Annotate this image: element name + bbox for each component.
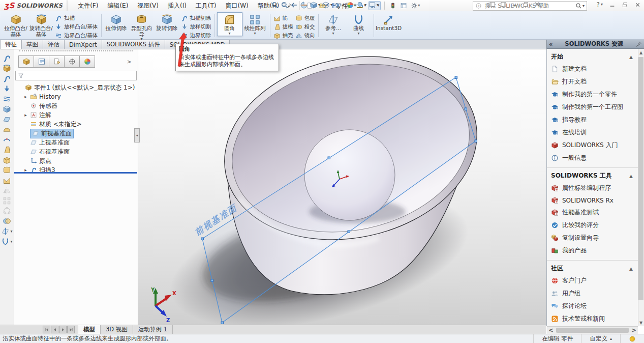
rewards-coin-icon[interactable] bbox=[620, 334, 644, 343]
section-header[interactable]: 开始▲ bbox=[547, 50, 638, 63]
taskpane-item[interactable]: 在线培训 bbox=[547, 126, 638, 139]
tab-特征[interactable]: 特征 bbox=[0, 40, 22, 49]
ribbon-button-curves[interactable]: 曲线▾ bbox=[346, 12, 372, 36]
collapse-chevrons-icon[interactable]: « bbox=[549, 41, 553, 48]
freeform-button[interactable] bbox=[1, 135, 13, 145]
ribbon-button-swept-boss[interactable]: 扫描 bbox=[54, 14, 99, 22]
shell-button[interactable] bbox=[1, 155, 13, 165]
ribbon-button-extruded-boss[interactable]: 拉伸凸台/基体 bbox=[3, 12, 28, 38]
ribbon-button-shell[interactable]: 抽壳 bbox=[272, 32, 294, 40]
collapse-chevron-icon[interactable]: ▲ bbox=[629, 54, 633, 60]
manager-tab-dimxpertmanager[interactable] bbox=[64, 55, 80, 68]
tree-item[interactable]: 上视基准面 bbox=[14, 138, 138, 147]
prev-sheet-button[interactable] bbox=[51, 326, 58, 333]
restore-button[interactable] bbox=[622, 2, 628, 8]
taskpane-item[interactable]: 复制设置向导 bbox=[547, 232, 638, 244]
dock-right-button[interactable] bbox=[500, 1, 507, 8]
options-gear-button[interactable]: ▾ bbox=[410, 2, 421, 10]
menu-item[interactable]: 文件(F) bbox=[73, 0, 103, 12]
taskpane-item[interactable]: 用户组 bbox=[547, 287, 638, 300]
menu-item[interactable]: 工具(T) bbox=[191, 0, 221, 12]
taskpane-item[interactable]: 新建文档 bbox=[547, 63, 638, 75]
tree-item[interactable]: 原点 bbox=[14, 156, 138, 165]
scroll-right-icon[interactable]: > bbox=[630, 327, 638, 334]
expander-icon[interactable]: ▸ bbox=[23, 94, 28, 99]
menu-item[interactable]: 编辑(E) bbox=[103, 0, 133, 12]
hscroll-thumb[interactable] bbox=[556, 328, 629, 333]
manager-tab-displaymanager[interactable] bbox=[79, 55, 95, 68]
sheet-tab-运动算例 1[interactable]: 运动算例 1 bbox=[133, 325, 173, 334]
vscroll-thumb[interactable] bbox=[638, 57, 643, 300]
taskpane-item[interactable]: SOLIDWORKS 入门 bbox=[547, 139, 638, 152]
ribbon-button-rib[interactable]: 筋 bbox=[272, 14, 294, 22]
ribbon-button-wrap[interactable]: 包覆 bbox=[294, 14, 316, 22]
tree-item[interactable]: 前视基准面 bbox=[14, 129, 138, 138]
ribbon-button-boundary-boss[interactable]: 边界凸台/基体 bbox=[54, 32, 99, 40]
previous-view-button[interactable] bbox=[290, 1, 298, 9]
taskpane-item[interactable]: SOLIDWORKS Rx bbox=[547, 194, 638, 206]
menu-item[interactable]: 窗口(W) bbox=[221, 0, 253, 12]
first-sheet-button[interactable] bbox=[43, 326, 50, 333]
ribbon-button-extruded-cut[interactable]: 拉伸切除 bbox=[104, 12, 129, 32]
taskpane-item[interactable]: 探讨论坛 bbox=[547, 300, 638, 312]
display-style-button[interactable]: ▾ bbox=[322, 1, 332, 9]
pin-icon[interactable] bbox=[635, 41, 642, 47]
tree-item-root[interactable]: 零件1 (默认<<默认>_显示状态 1>) bbox=[14, 83, 138, 92]
tab-SOLIDWORKS 插件[interactable]: SOLIDWORKS 插件 bbox=[102, 40, 165, 49]
extruded-cut-button[interactable] bbox=[1, 104, 13, 114]
taskpane-item[interactable]: 指导教程 bbox=[547, 113, 638, 126]
tree-item[interactable]: 右视基准面 bbox=[14, 147, 138, 156]
minimize-button[interactable] bbox=[609, 2, 616, 8]
zoom-fit-button[interactable] bbox=[271, 1, 279, 9]
taskpane-item[interactable]: 客户门户 bbox=[547, 274, 638, 287]
scroll-left-icon[interactable]: < bbox=[547, 327, 555, 334]
model-canvas[interactable]: 前视基准面 Y X Z bbox=[138, 49, 546, 325]
linear-pattern-button[interactable] bbox=[1, 196, 13, 206]
dock-left-button[interactable] bbox=[489, 1, 496, 8]
taskpane-item[interactable]: 我的产品 bbox=[547, 244, 638, 257]
minimize-button[interactable] bbox=[511, 1, 518, 8]
close-button[interactable] bbox=[534, 1, 540, 8]
selected-tree-item[interactable]: 前视基准面 bbox=[30, 129, 74, 138]
dome-button[interactable] bbox=[1, 125, 13, 134]
taskpane-item[interactable]: 制作我的第一个工程图 bbox=[547, 101, 638, 113]
taskpane-item[interactable]: 制作我的第一个零件 bbox=[547, 88, 638, 101]
swept-boss-button[interactable] bbox=[1, 53, 13, 63]
tab-草图[interactable]: 草图 bbox=[21, 40, 43, 49]
taskpane-item[interactable]: 一般信息 bbox=[547, 152, 638, 164]
view-settings-button[interactable]: ▾ bbox=[368, 1, 379, 9]
ribbon-button-intersect[interactable]: 相交 bbox=[294, 23, 316, 31]
dropdown-caret-icon[interactable]: ▾ bbox=[358, 32, 360, 36]
task-pane-button[interactable] bbox=[399, 2, 408, 10]
reference-geometry-button[interactable]: ▾ bbox=[1, 226, 13, 236]
swept-cut-button[interactable] bbox=[1, 74, 13, 83]
curves-button[interactable]: ▾ bbox=[1, 237, 13, 246]
taskpane-item[interactable]: 性能基准测试 bbox=[547, 206, 638, 219]
last-sheet-button[interactable] bbox=[67, 326, 75, 333]
manager-tab-featuremanager[interactable] bbox=[18, 55, 34, 68]
hide-show-items-button[interactable]: ▾ bbox=[334, 1, 345, 9]
ribbon-button-mirror[interactable]: 镜向 bbox=[294, 32, 316, 40]
ribbon-button-revolved-cut[interactable]: 旋转切除 bbox=[155, 12, 180, 32]
expander-icon[interactable]: ▸ bbox=[23, 112, 28, 118]
next-sheet-button[interactable] bbox=[59, 326, 67, 333]
sheet-tab-3D 视图[interactable]: 3D 视图 bbox=[101, 325, 133, 334]
taskpane-item[interactable]: 打开文档 bbox=[547, 75, 638, 88]
performance-button[interactable] bbox=[388, 2, 397, 10]
intersect-button[interactable] bbox=[1, 216, 13, 226]
ribbon-button-fillet[interactable]: 圆角▾ bbox=[217, 12, 242, 36]
rollback-bar[interactable] bbox=[14, 172, 137, 174]
taskpane-item[interactable]: 属性标签编制程序 bbox=[547, 182, 638, 194]
revolved-boss-button[interactable] bbox=[1, 64, 13, 73]
wrap-button[interactable] bbox=[1, 165, 13, 175]
panel-splitter-handle[interactable]: ◂ bbox=[134, 128, 140, 142]
task-pane-hscrollbar[interactable]: < > bbox=[547, 326, 638, 334]
ribbon-button-hole-wizard[interactable]: 异型孔向导▾ bbox=[129, 12, 155, 42]
tree-item[interactable]: 传感器 bbox=[14, 101, 138, 110]
tab-DimXpert[interactable]: DimXpert bbox=[64, 40, 102, 49]
dropdown-caret-icon[interactable]: ▾ bbox=[332, 32, 334, 36]
manager-tab-propertymanager[interactable] bbox=[34, 55, 49, 68]
sheet-tab-模型[interactable]: 模型 bbox=[78, 325, 101, 334]
ribbon-button-revolved-boss[interactable]: 旋转凸台/基体 bbox=[28, 12, 54, 38]
tree-item[interactable]: ▸注解 bbox=[14, 110, 138, 120]
